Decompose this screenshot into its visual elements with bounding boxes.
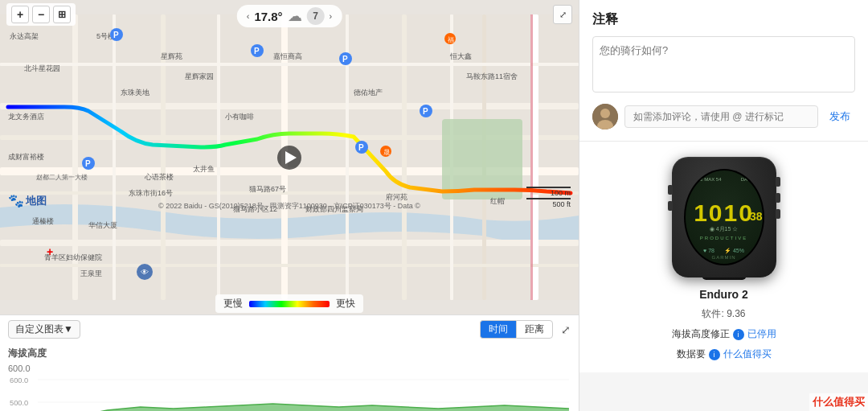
prev-chevron[interactable]: ‹ (247, 11, 250, 21)
device-data: 数据要 i 什么值得买 (677, 347, 772, 361)
svg-text:+: + (47, 245, 53, 258)
svg-text:500.0: 500.0 (10, 399, 28, 407)
zoom-in-button[interactable]: + (11, 6, 29, 23)
expand-map-button[interactable]: ⤢ (553, 5, 572, 24)
svg-text:P: P (342, 55, 348, 64)
svg-rect-4 (0, 240, 579, 246)
svg-rect-18 (442, 119, 522, 199)
comment-input-wrap (624, 105, 818, 128)
elevation-status-link[interactable]: 已停用 (747, 327, 776, 341)
elevation-panel: 自定义图表▼ 海拔高度 600.0 时间 距离 ⤢ 600.0 (0, 314, 579, 411)
map-copyright: © 2022 Baidu - GS(2019)5218号 - 甲测资字11009… (158, 201, 420, 212)
device-section: VO2 MAX 54 DAY 1 1010 38 ◉ 4月15 ☆ PRODUC… (579, 142, 868, 372)
weather-info: ‹ 17.8° ☁ 7 › (237, 5, 342, 27)
svg-text:👁: 👁 (141, 268, 149, 277)
notes-textarea[interactable] (592, 36, 855, 92)
svg-text:龙文务酒店: 龙文务酒店 (8, 113, 44, 121)
svg-text:P: P (254, 47, 260, 55)
custom-chart-button[interactable]: 自定义图表▼ (8, 320, 80, 339)
svg-text:猫马路67号: 猫马路67号 (249, 185, 286, 193)
svg-text:赵都二人第一大楼: 赵都二人第一大楼 (36, 174, 88, 181)
expand-chart-button[interactable]: ⤢ (561, 323, 571, 336)
time-button[interactable]: 时间 (480, 320, 516, 339)
elevation-max: 600.0 (8, 364, 31, 373)
device-software: 软件: 9.36 (702, 307, 745, 321)
svg-text:华信大厦: 华信大厦 (88, 221, 117, 229)
svg-text:太井鱼: 太井鱼 (193, 165, 215, 173)
svg-text:恒大鑫: 恒大鑫 (449, 52, 472, 60)
map-scale: 100 m 500 ft (526, 187, 571, 208)
svg-text:P: P (113, 31, 119, 39)
elevation-chart: 600.0 500.0 400.0 (8, 376, 571, 411)
svg-text:红帽: 红帽 (490, 197, 505, 205)
comment-row: 发布 (592, 104, 855, 129)
device-elevation: 海拔高度修正 i 已停用 (672, 327, 776, 341)
speed-legend: 更慢 更快 (215, 294, 363, 313)
svg-rect-15 (217, 14, 220, 300)
svg-point-72 (600, 109, 610, 118)
elevation-title: 海拔高度 (8, 347, 47, 360)
svg-text:通榛楼: 通榛楼 (32, 217, 54, 225)
baidu-logo: 🐾 地图 (8, 193, 47, 208)
notes-title: 注释 (592, 11, 855, 28)
data-link[interactable]: 什么值得买 (723, 347, 772, 361)
svg-text:P: P (358, 143, 364, 152)
device-name: Enduro 2 (699, 288, 748, 301)
legend-slower-label: 更慢 (223, 297, 243, 310)
svg-text:P: P (85, 159, 91, 168)
svg-text:600.0: 600.0 (10, 376, 28, 384)
right-panel: 注释 发布 (579, 0, 868, 411)
cloud-icon: ☁ (288, 7, 302, 25)
svg-rect-19 (530, 14, 533, 300)
svg-text:福: 福 (448, 36, 454, 43)
play-button[interactable] (277, 146, 301, 170)
svg-rect-8 (402, 14, 407, 300)
svg-rect-13 (0, 264, 579, 267)
svg-text:P: P (423, 107, 428, 116)
svg-text:东珠美地: 东珠美地 (121, 88, 149, 97)
svg-text:永达高架: 永达高架 (10, 32, 39, 40)
distance-button[interactable]: 距离 (516, 320, 553, 339)
elevation-info-icon[interactable]: i (733, 329, 744, 340)
svg-text:小有咖啡: 小有咖啡 (225, 113, 254, 121)
comment-input[interactable] (624, 105, 818, 128)
svg-text:星辉家园: 星辉家园 (185, 72, 214, 80)
publish-button[interactable]: 发布 (825, 106, 855, 127)
svg-text:府河苑: 府河苑 (386, 193, 407, 201)
svg-text:北斗星花园: 北斗星花园 (24, 64, 60, 72)
device-image: VO2 MAX 54 DAY 1 1010 38 ◉ 4月15 ☆ PRODUC… (668, 153, 780, 282)
next-chevron[interactable]: › (330, 11, 333, 21)
weather-badge[interactable]: 7 (307, 7, 325, 25)
svg-text:德佑地产: 德佑地产 (354, 88, 383, 97)
data-info-icon[interactable]: i (709, 349, 720, 360)
svg-text:嘉恒商高: 嘉恒商高 (273, 52, 302, 60)
notes-section: 注释 发布 (579, 0, 868, 142)
legend-faster-label: 更快 (336, 297, 355, 310)
svg-rect-14 (113, 14, 116, 300)
svg-text:星辉苑: 星辉苑 (161, 52, 182, 60)
layers-button[interactable]: ⊞ (53, 6, 71, 23)
user-avatar (592, 104, 618, 129)
map-controls: + − ⊞ (6, 3, 76, 26)
temperature: 17.8° (254, 10, 282, 23)
zoom-out-button[interactable]: − (32, 6, 50, 23)
svg-rect-11 (0, 63, 579, 66)
svg-text:王泉里: 王泉里 (80, 269, 102, 277)
svg-text:晟: 晟 (383, 149, 390, 156)
svg-text:心语茶楼: 心语茶楼 (144, 173, 174, 181)
svg-text:成财富裕楼: 成财富裕楼 (8, 153, 44, 161)
legend-gradient (249, 301, 330, 307)
smzdm-watermark: 什么值得买 (809, 393, 868, 411)
svg-text:马鞍东路11宿舍: 马鞍东路11宿舍 (466, 72, 518, 80)
svg-text:东珠市街16号: 东珠市街16号 (129, 189, 173, 197)
